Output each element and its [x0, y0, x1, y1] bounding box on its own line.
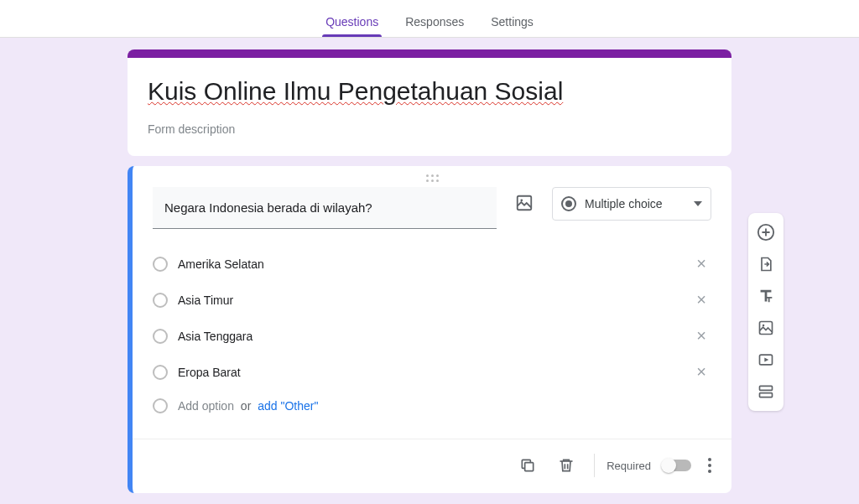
drag-handle[interactable]: [133, 171, 731, 187]
option-text[interactable]: Asia Tenggara: [178, 330, 681, 343]
form-title[interactable]: Kuis Online Ilmu Pengetahuan Sosial: [148, 75, 711, 107]
radio-empty-icon: [153, 257, 168, 272]
svg-point-5: [763, 325, 765, 327]
add-title-icon[interactable]: [752, 282, 780, 310]
form-container: Kuis Online Ilmu Pengetahuan Sosial Form…: [128, 49, 731, 493]
remove-option-icon[interactable]: ×: [691, 290, 711, 309]
question-type-select[interactable]: Multiple choice: [552, 187, 711, 221]
question-card: Multiple choice Amerika Selatan × Asia T…: [128, 166, 731, 493]
tab-responses[interactable]: Responses: [402, 8, 467, 37]
delete-icon[interactable]: [550, 449, 582, 481]
form-header-card: Kuis Online Ilmu Pengetahuan Sosial Form…: [128, 49, 731, 156]
radio-empty-icon: [153, 365, 168, 380]
question-footer: Required: [133, 439, 731, 493]
radio-empty-icon: [153, 398, 168, 413]
radio-empty-icon: [153, 293, 168, 308]
required-label: Required: [607, 460, 651, 472]
import-questions-icon[interactable]: [752, 250, 780, 278]
tabs-bar: Questions Responses Settings: [0, 0, 859, 38]
remove-option-icon[interactable]: ×: [691, 326, 711, 346]
add-option-button[interactable]: Add option: [178, 399, 234, 413]
option-text[interactable]: Amerika Selatan: [178, 257, 681, 271]
svg-rect-2: [525, 463, 534, 471]
option-row: Eropa Barat ×: [153, 354, 711, 390]
remove-option-icon[interactable]: ×: [691, 254, 711, 273]
svg-point-1: [520, 199, 523, 201]
add-other-link[interactable]: add "Other": [258, 399, 318, 413]
divider: [594, 454, 595, 477]
add-video-icon[interactable]: [752, 346, 780, 374]
add-option-row: Add option or add "Other": [153, 390, 711, 422]
tab-questions[interactable]: Questions: [322, 8, 382, 37]
more-options-icon[interactable]: [703, 453, 716, 478]
svg-rect-7: [760, 386, 773, 390]
or-text: or: [241, 399, 251, 413]
option-text[interactable]: Eropa Barat: [178, 366, 681, 379]
side-toolbar: [748, 213, 784, 411]
svg-rect-8: [760, 393, 773, 397]
option-row: Asia Timur ×: [153, 282, 711, 318]
add-image-toolbar-icon[interactable]: [752, 314, 780, 342]
question-text-input[interactable]: [153, 187, 497, 229]
option-row: Amerika Selatan ×: [153, 246, 711, 282]
required-toggle[interactable]: [663, 460, 691, 471]
add-image-icon[interactable]: [508, 187, 540, 219]
duplicate-icon[interactable]: [512, 449, 544, 481]
radio-empty-icon: [153, 329, 168, 344]
option-row: Asia Tenggara ×: [153, 318, 711, 354]
radio-icon: [561, 196, 576, 211]
option-text[interactable]: Asia Timur: [178, 294, 681, 307]
add-question-icon[interactable]: [752, 218, 780, 247]
remove-option-icon[interactable]: ×: [691, 362, 711, 382]
form-description[interactable]: Form description: [148, 122, 711, 136]
add-section-icon[interactable]: [752, 377, 780, 406]
question-type-label: Multiple choice: [585, 197, 685, 210]
chevron-down-icon: [694, 201, 702, 206]
tab-settings[interactable]: Settings: [487, 8, 537, 37]
